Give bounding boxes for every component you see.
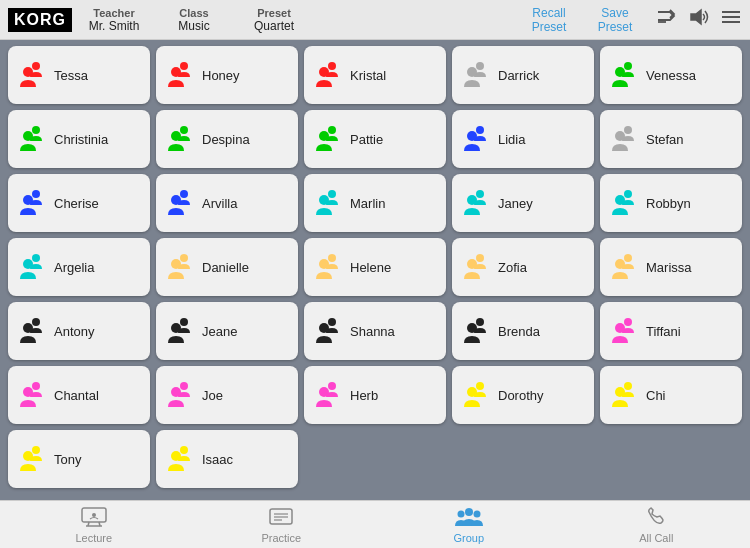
- shuffle-icon[interactable]: [656, 8, 678, 31]
- student-icon: [16, 123, 48, 155]
- svg-point-24: [32, 190, 40, 198]
- svg-point-47: [171, 323, 181, 333]
- student-name: Cherise: [54, 196, 99, 211]
- svg-point-49: [319, 323, 329, 333]
- student-name: Danielle: [202, 260, 249, 275]
- student-name: Lidia: [498, 132, 525, 147]
- student-icon: [164, 123, 196, 155]
- svg-point-19: [319, 131, 329, 141]
- student-card[interactable]: Lidia: [452, 110, 594, 168]
- student-card[interactable]: Chi: [600, 366, 742, 424]
- lecture-icon: [80, 506, 108, 531]
- class-label: Class: [179, 7, 208, 19]
- student-card[interactable]: Despina: [156, 110, 298, 168]
- student-card[interactable]: Tony: [8, 430, 150, 488]
- student-card[interactable]: Jeane: [156, 302, 298, 360]
- svg-point-63: [615, 387, 625, 397]
- student-name: Honey: [202, 68, 240, 83]
- student-name: Tony: [54, 452, 81, 467]
- student-name: Dorothy: [498, 388, 544, 403]
- student-card[interactable]: Zofia: [452, 238, 594, 296]
- student-card[interactable]: Venessa: [600, 46, 742, 104]
- svg-point-38: [328, 254, 336, 262]
- student-card[interactable]: Stefan: [600, 110, 742, 168]
- student-card[interactable]: Isaac: [156, 430, 298, 488]
- student-name: Stefan: [646, 132, 684, 147]
- student-icon: [312, 251, 344, 283]
- svg-point-15: [23, 131, 33, 141]
- student-card[interactable]: Shanna: [304, 302, 446, 360]
- group-label: Group: [453, 532, 484, 544]
- student-card[interactable]: Janey: [452, 174, 594, 232]
- student-icon: [164, 59, 196, 91]
- allcall-label: All Call: [639, 532, 673, 544]
- save-preset-button[interactable]: Save Preset: [590, 6, 640, 34]
- practice-icon: [267, 506, 295, 531]
- svg-point-72: [92, 513, 96, 517]
- svg-point-4: [32, 62, 40, 70]
- svg-point-14: [32, 126, 40, 134]
- student-card[interactable]: Christinia: [8, 110, 150, 168]
- student-card[interactable]: Antony: [8, 302, 150, 360]
- student-card[interactable]: Dorothy: [452, 366, 594, 424]
- svg-marker-0: [691, 10, 701, 24]
- student-card[interactable]: Joe: [156, 366, 298, 424]
- student-name: Despina: [202, 132, 250, 147]
- svg-point-56: [180, 382, 188, 390]
- svg-point-43: [615, 259, 625, 269]
- preset-section: Preset Quartet: [244, 7, 304, 33]
- student-card[interactable]: Danielle: [156, 238, 298, 296]
- svg-point-54: [32, 382, 40, 390]
- student-card[interactable]: Tiffani: [600, 302, 742, 360]
- student-card[interactable]: Marlin: [304, 174, 446, 232]
- svg-point-23: [615, 131, 625, 141]
- student-card[interactable]: Chantal: [8, 366, 150, 424]
- student-icon: [16, 443, 48, 475]
- svg-point-30: [476, 190, 484, 198]
- nav-allcall[interactable]: All Call: [616, 506, 696, 544]
- student-card[interactable]: Tessa: [8, 46, 150, 104]
- student-name: Shanna: [350, 324, 395, 339]
- student-icon: [16, 315, 48, 347]
- student-card[interactable]: Darrick: [452, 46, 594, 104]
- group-icon: [453, 506, 485, 531]
- student-name: Tessa: [54, 68, 88, 83]
- student-card[interactable]: Kristal: [304, 46, 446, 104]
- student-card[interactable]: Marissa: [600, 238, 742, 296]
- nav-practice[interactable]: Practice: [241, 506, 321, 544]
- svg-point-7: [171, 67, 181, 77]
- student-card[interactable]: Honey: [156, 46, 298, 104]
- recall-preset-button[interactable]: Recall Preset: [524, 6, 574, 34]
- nav-lecture[interactable]: Lecture: [54, 506, 134, 544]
- student-card[interactable]: Brenda: [452, 302, 594, 360]
- student-icon: [460, 187, 492, 219]
- student-card[interactable]: Argelia: [8, 238, 150, 296]
- menu-icon[interactable]: [720, 8, 742, 31]
- student-name: Jeane: [202, 324, 237, 339]
- lecture-label: Lecture: [75, 532, 112, 544]
- student-card[interactable]: Herb: [304, 366, 446, 424]
- svg-point-27: [171, 195, 181, 205]
- student-name: Antony: [54, 324, 94, 339]
- nav-group[interactable]: Group: [429, 506, 509, 544]
- volume-icon[interactable]: [688, 8, 710, 31]
- student-card[interactable]: Helene: [304, 238, 446, 296]
- student-card[interactable]: Robbyn: [600, 174, 742, 232]
- student-icon: [608, 123, 640, 155]
- student-name: Pattie: [350, 132, 383, 147]
- student-icon: [608, 251, 640, 283]
- save-label: Save: [601, 6, 628, 20]
- allcall-icon: [645, 506, 667, 531]
- student-card[interactable]: Cherise: [8, 174, 150, 232]
- student-card[interactable]: Arvilla: [156, 174, 298, 232]
- student-card[interactable]: Pattie: [304, 110, 446, 168]
- student-name: Argelia: [54, 260, 94, 275]
- student-name: Tiffani: [646, 324, 681, 339]
- student-name: Chantal: [54, 388, 99, 403]
- svg-point-66: [180, 446, 188, 454]
- student-name: Isaac: [202, 452, 233, 467]
- student-icon: [16, 59, 48, 91]
- svg-point-77: [457, 510, 464, 517]
- student-icon: [312, 59, 344, 91]
- student-icon: [460, 315, 492, 347]
